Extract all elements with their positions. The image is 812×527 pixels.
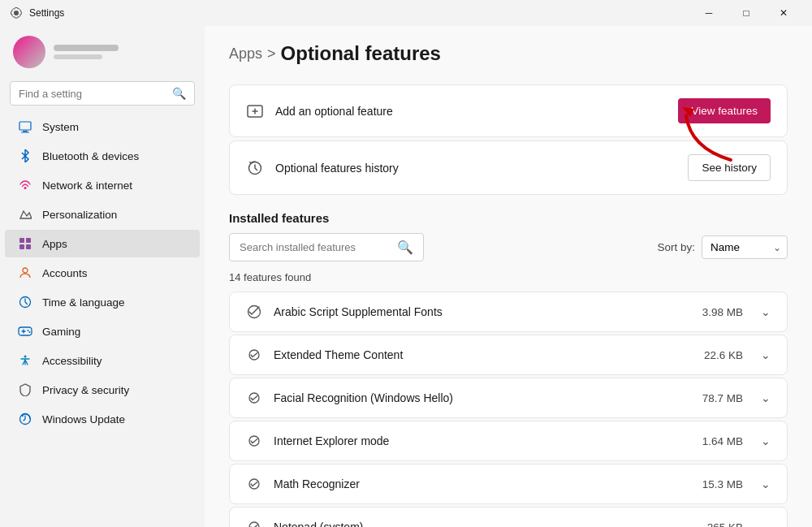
- search-installed-bar: 🔍 Sort by: Name Size Install date: [229, 233, 788, 261]
- sort-select-wrap[interactable]: Name Size Install date: [702, 235, 788, 259]
- sidebar-item-apps[interactable]: Apps: [5, 230, 200, 257]
- avatar: [13, 36, 45, 68]
- privacy-icon: [18, 382, 32, 397]
- settings-icon: [10, 6, 23, 19]
- sidebar-item-personalization-label: Personalization: [42, 209, 117, 221]
- sort-select[interactable]: Name Size Install date: [702, 235, 788, 259]
- feature-row-2: Facial Recognition (Windows Hello) 78.7 …: [230, 378, 787, 417]
- svg-rect-2: [21, 132, 29, 133]
- user-sub-placeholder: [54, 54, 102, 59]
- user-section: [0, 26, 205, 81]
- feature-chevron-2[interactable]: ⌄: [761, 391, 771, 404]
- personalization-icon: [18, 207, 32, 222]
- feature-chevron-5[interactable]: ⌄: [761, 521, 771, 527]
- feature-chevron-3[interactable]: ⌄: [761, 434, 771, 447]
- add-feature-row: Add an optional feature View features: [230, 85, 787, 136]
- sidebar-item-accessibility[interactable]: Accessibility: [5, 347, 200, 374]
- system-icon: [18, 119, 32, 134]
- sidebar: 🔍 System Bluetooth & devices Network & i…: [0, 26, 205, 527]
- sidebar-item-bluetooth-label: Bluetooth & devices: [42, 150, 139, 162]
- sidebar-item-gaming[interactable]: Gaming: [5, 317, 200, 345]
- svg-point-10: [28, 330, 29, 331]
- search-installed-icon: 🔍: [397, 240, 413, 255]
- feature-item-2: Facial Recognition (Windows Hello) 78.7 …: [229, 378, 788, 418]
- maximize-button[interactable]: □: [728, 0, 765, 26]
- sort-by-label: Sort by:: [657, 241, 695, 253]
- apps-icon: [18, 236, 32, 251]
- breadcrumb-separator: >: [267, 45, 276, 63]
- search-installed-wrap[interactable]: 🔍: [229, 233, 424, 261]
- sidebar-item-time[interactable]: Time & language: [5, 288, 200, 316]
- feature-name-5: Notepad (system): [274, 521, 696, 527]
- main-content: Apps > Optional features Add an optional…: [205, 26, 812, 527]
- svg-point-11: [29, 331, 31, 333]
- update-icon: [18, 412, 32, 426]
- feature-chevron-1[interactable]: ⌄: [761, 348, 771, 361]
- sidebar-item-personalization[interactable]: Personalization: [5, 201, 200, 228]
- search-icon: 🔍: [172, 87, 186, 100]
- feature-icon-5: [246, 519, 262, 527]
- app-body: 🔍 System Bluetooth & devices Network & i…: [0, 26, 812, 527]
- sidebar-item-privacy-label: Privacy & security: [42, 384, 129, 396]
- feature-item-0: Arabic Script Supplemental Fonts 3.98 MB…: [229, 292, 788, 332]
- svg-rect-0: [19, 122, 31, 130]
- minimize-button[interactable]: ─: [690, 0, 728, 26]
- svg-rect-3: [19, 238, 24, 243]
- feature-item-3: Internet Explorer mode 1.64 MB ⌄: [229, 421, 788, 461]
- feature-name-0: Arabic Script Supplemental Fonts: [274, 305, 691, 318]
- add-feature-card: Add an optional feature View features: [229, 84, 788, 137]
- feature-name-4: Math Recognizer: [274, 477, 691, 490]
- feature-icon-3: [246, 433, 262, 449]
- feature-row-4: Math Recognizer 15.3 MB ⌄: [230, 464, 787, 503]
- breadcrumb-current: Optional features: [281, 42, 441, 65]
- user-info: [54, 45, 119, 59]
- installed-section-title: Installed features: [229, 211, 788, 225]
- feature-size-0: 3.98 MB: [702, 306, 743, 318]
- features-list: Arabic Script Supplemental Fonts 3.98 MB…: [229, 292, 788, 527]
- feature-row-1: Extended Theme Content 22.6 KB ⌄: [230, 335, 787, 374]
- feature-chevron-0[interactable]: ⌄: [761, 305, 771, 318]
- breadcrumb-parent[interactable]: Apps: [229, 45, 262, 63]
- feature-icon-0: [246, 304, 262, 320]
- sidebar-item-accounts[interactable]: Accounts: [5, 259, 200, 287]
- feature-size-4: 15.3 MB: [702, 478, 743, 490]
- feature-item-1: Extended Theme Content 22.6 KB ⌄: [229, 335, 788, 375]
- feature-row-3: Internet Explorer mode 1.64 MB ⌄: [230, 421, 787, 460]
- sidebar-item-apps-label: Apps: [42, 238, 67, 250]
- title-bar-left: Settings: [10, 6, 64, 19]
- user-name-placeholder: [54, 45, 119, 51]
- feature-row-5: Notepad (system) 265 KB ⌄: [230, 508, 787, 527]
- feature-history-card: Optional features history See history: [229, 140, 788, 195]
- sidebar-item-bluetooth[interactable]: Bluetooth & devices: [5, 142, 200, 170]
- close-button[interactable]: ✕: [765, 0, 802, 26]
- feature-icon-2: [246, 390, 262, 406]
- feature-icon-4: [246, 476, 262, 492]
- feature-chevron-4[interactable]: ⌄: [761, 477, 771, 490]
- sidebar-item-privacy[interactable]: Privacy & security: [5, 376, 200, 404]
- feature-size-3: 1.64 MB: [702, 435, 743, 447]
- sidebar-search-box[interactable]: 🔍: [10, 81, 195, 106]
- feature-history-label: Optional features history: [275, 162, 676, 175]
- feature-item-4: Math Recognizer 15.3 MB ⌄: [229, 464, 788, 504]
- see-history-button[interactable]: See history: [688, 154, 771, 181]
- view-features-button[interactable]: View features: [678, 98, 771, 123]
- search-installed-input[interactable]: [240, 241, 391, 253]
- bluetooth-icon: [18, 149, 32, 163]
- network-icon: [18, 178, 32, 192]
- sidebar-search-input[interactable]: [19, 88, 166, 100]
- feature-name-1: Extended Theme Content: [274, 348, 693, 361]
- title-bar-title: Settings: [29, 7, 64, 19]
- features-count: 14 features found: [229, 271, 788, 283]
- add-feature-label: Add an optional feature: [275, 105, 667, 118]
- feature-item-5: Notepad (system) 265 KB ⌄: [229, 507, 788, 527]
- feature-name-2: Facial Recognition (Windows Hello): [274, 391, 691, 404]
- feature-history-row: Optional features history See history: [230, 141, 787, 194]
- accounts-icon: [18, 266, 32, 280]
- feature-size-5: 265 KB: [707, 521, 743, 528]
- gaming-icon: [18, 324, 32, 339]
- sidebar-item-update[interactable]: Windows Update: [5, 405, 200, 433]
- sidebar-item-network[interactable]: Network & internet: [5, 171, 200, 199]
- add-feature-icon: [246, 102, 264, 120]
- sidebar-item-system[interactable]: System: [5, 113, 200, 140]
- feature-name-3: Internet Explorer mode: [274, 434, 691, 447]
